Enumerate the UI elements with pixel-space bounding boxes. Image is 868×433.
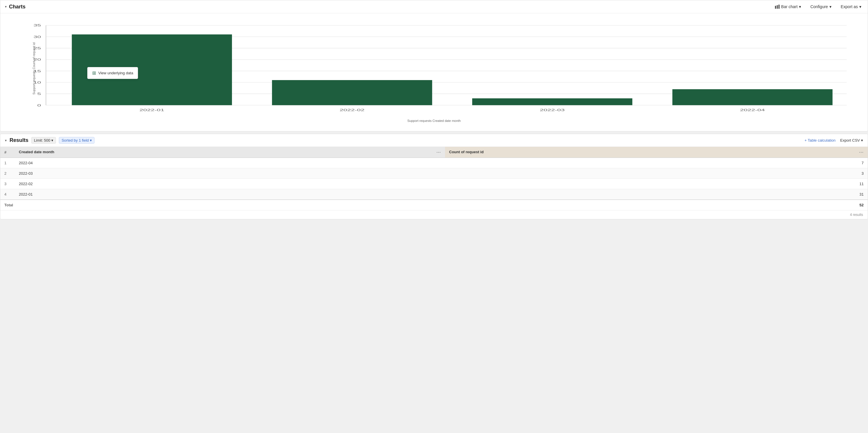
total-label-cell: Total [0,200,445,210]
export-as-label: Export as [841,4,858,9]
col-count-label: Count of request id [449,150,484,154]
table-row: 3 2022-02 11 [0,179,868,189]
export-as-button[interactable]: Export as ▾ [839,3,863,10]
limit-label: Limit: 500 [34,138,50,143]
row-created-date: 2022-01 [15,189,445,200]
view-underlying-tooltip[interactable]: ⊞ View underlying data [87,67,138,79]
configure-label: Configure [810,4,828,9]
layers-icon: ⊞ [92,70,96,76]
export-as-chevron-icon: ▾ [859,4,861,9]
results-header-left: ▾ Results Limit: 500 ▾ Sorted by 1 field… [5,137,94,144]
bar-chart-button[interactable]: Bar chart ▾ [773,3,803,10]
results-title: Results [9,137,28,143]
charts-header: ▾ Charts Bar chart ▾ Configure ▾ [0,0,868,13]
charts-title: Charts [9,4,26,10]
chart-container: ⊞ View underlying data 35 [9,19,859,118]
row-count: 3 [445,168,868,179]
charts-header-left: ▾ Charts [5,4,26,10]
row-created-date: 2022-03 [15,168,445,179]
bar-2022-04[interactable] [672,89,832,105]
bar-chart-chevron-icon: ▾ [799,4,801,9]
bar-chart-label: Bar chart [781,4,798,9]
limit-chevron-icon: ▾ [51,138,53,143]
table-header-row: # Created date month ··· Count of reques… [0,147,868,158]
charts-chevron-icon[interactable]: ▾ [5,5,7,9]
results-header: ▾ Results Limit: 500 ▾ Sorted by 1 field… [0,134,868,147]
row-num: 3 [0,179,15,189]
row-num: 4 [0,189,15,200]
row-count: 31 [445,189,868,200]
total-count-cell: 52 [445,200,868,210]
results-table: # Created date month ··· Count of reques… [0,147,868,210]
bar-chart-icon [775,5,780,9]
results-chevron-icon[interactable]: ▾ [5,139,7,143]
export-csv-label: Export CSV [840,138,860,143]
svg-text:2022-02: 2022-02 [340,108,365,112]
sorted-label: Sorted by 1 field [61,138,89,143]
svg-text:35: 35 [33,24,41,27]
svg-text:2022-03: 2022-03 [540,108,565,112]
y-axis-label: Support requests Count of request id [32,42,36,95]
results-footer: 4 results [0,210,868,219]
limit-badge[interactable]: Limit: 500 ▾ [31,137,56,144]
row-count: 11 [445,179,868,189]
sorted-by-badge[interactable]: Sorted by 1 field ▾ [59,137,94,144]
col-header-created-date: Created date month ··· [15,147,445,158]
tooltip-text: View underlying data [98,71,133,75]
svg-text:2022-04: 2022-04 [740,108,765,112]
svg-text:0: 0 [37,103,41,107]
export-csv-button[interactable]: Export CSV ▾ [840,138,863,143]
table-row: 1 2022-04 7 [0,158,868,168]
svg-text:30: 30 [33,35,41,38]
charts-section: ▾ Charts Bar chart ▾ Configure ▾ [0,0,868,132]
x-axis-label: Support requests Created date month [9,119,859,122]
configure-chevron-icon: ▾ [830,4,832,9]
created-date-col-menu-icon[interactable]: ··· [437,150,441,155]
svg-rect-2 [778,5,780,9]
row-num: 2 [0,168,15,179]
chart-area: ⊞ View underlying data 35 [0,13,868,131]
row-num: 1 [0,158,15,168]
row-count: 7 [445,158,868,168]
results-section: ▾ Results Limit: 500 ▾ Sorted by 1 field… [0,134,868,220]
col-header-num: # [0,147,15,158]
bar-2022-03[interactable] [472,98,632,105]
col-created-date-label: Created date month [19,150,54,154]
svg-text:5: 5 [37,92,41,96]
col-header-count: Count of request id ··· [445,147,868,158]
count-col-menu-icon[interactable]: ··· [859,150,864,155]
results-header-right: + Table calculation Export CSV ▾ [805,138,863,143]
row-created-date: 2022-02 [15,179,445,189]
svg-text:2022-01: 2022-01 [140,108,164,112]
charts-header-right: Bar chart ▾ Configure ▾ Export as ▾ [773,3,863,10]
configure-button[interactable]: Configure ▾ [809,3,833,10]
export-csv-chevron-icon: ▾ [861,138,863,143]
svg-rect-1 [777,5,778,9]
row-created-date: 2022-04 [15,158,445,168]
table-total-row: Total 52 [0,200,868,210]
svg-rect-0 [775,6,776,9]
table-row: 4 2022-01 31 [0,189,868,200]
table-row: 2 2022-03 3 [0,168,868,179]
sorted-chevron-icon: ▾ [90,138,92,143]
bar-2022-02[interactable] [272,80,432,105]
table-calculation-button[interactable]: + Table calculation [805,138,836,143]
